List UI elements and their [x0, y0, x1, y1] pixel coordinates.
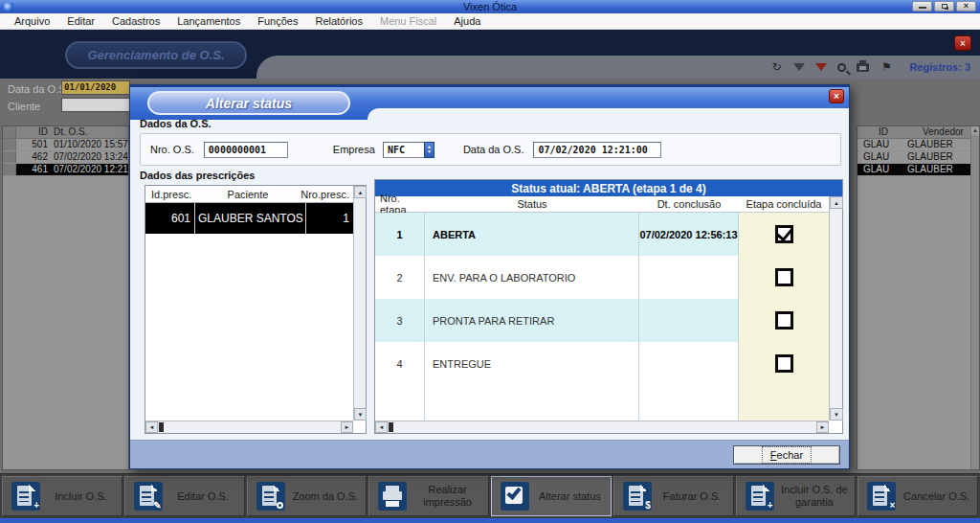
dialog-footer: Fechar	[130, 440, 849, 468]
document-add-icon: +	[11, 482, 40, 511]
table-row-selected[interactable]: GLAU GLAUBER	[858, 164, 979, 176]
os-grid-col-id: ID	[16, 126, 51, 138]
zoom-os-button[interactable]: Zoom da O.S.	[247, 476, 368, 516]
dialog-body: Dados da O.S. Nro. O.S. 0000000001 Empre…	[130, 120, 849, 440]
records-count: Registros: 3	[903, 61, 970, 73]
prescriptions-table: Id.presc. Paciente Nro.presc. 601 GLAUBE…	[145, 185, 367, 434]
table-row[interactable]: 501 01/10/2020 15:57	[3, 139, 128, 151]
menu-lancamentos[interactable]: Lançamentos	[168, 14, 249, 28]
status-row-3[interactable]: 3 PRONTA PARA RETIRAR	[375, 299, 829, 342]
os-group: Nro. O.S. 0000000001 Empresa NFC ▲▼ Data…	[140, 133, 841, 166]
restore-button[interactable]	[934, 1, 954, 11]
faturar-os-button[interactable]: $ Faturar O.S.	[613, 476, 734, 516]
cancelar-os-button[interactable]: × Cancelar O.S.	[858, 476, 978, 516]
menu-arquivo[interactable]: Arquivo	[6, 14, 58, 28]
close-button[interactable]: ×	[956, 1, 976, 11]
status-row-4[interactable]: 4 ENTREGUE	[375, 342, 829, 385]
realizar-impressao-button[interactable]: Realizar impressão	[368, 476, 489, 516]
document-warranty-icon: +	[746, 482, 774, 511]
menu-cadastros[interactable]: Cadastros	[103, 14, 168, 28]
empresa-spinner[interactable]: ▲▼	[424, 142, 434, 158]
status-col-dt: Dt. conclusão	[639, 198, 739, 210]
window-title: Vixen Ótica	[0, 1, 980, 12]
refresh-icon[interactable]: ↻	[769, 60, 783, 74]
table-row[interactable]: GLAU GLAUBER	[858, 139, 979, 151]
status-row-2[interactable]: 2 ENV. PARA O LABORATORIO	[375, 256, 829, 299]
status-row-1[interactable]: 1 ABERTA 07/02/2020 12:56:13	[375, 213, 829, 256]
incluir-os-button[interactable]: + Incluir O.S.	[2, 476, 122, 516]
alterar-status-dialog: Alterar status × Dados da O.S. Nro. O.S.…	[129, 84, 850, 469]
filter-icon[interactable]	[793, 63, 805, 71]
presc-scrollbar-vertical[interactable]: ▲ ▼	[353, 186, 366, 421]
menu-funcoes[interactable]: Funções	[249, 14, 306, 28]
checkbox-icon	[501, 482, 529, 511]
os-grid-right: ID Vendedor GLAU GLAUBER GLAU GLAUBER GL…	[857, 125, 980, 470]
incluir-os-garantia-button[interactable]: + Incluir O.S. de garantia	[736, 476, 857, 516]
menu-ajuda[interactable]: Ajuda	[445, 14, 489, 28]
scroll-left-icon[interactable]: ◄	[145, 421, 158, 433]
table-row[interactable]: 462 07/02/2020 13:24	[3, 151, 128, 164]
menubar: Arquivo Editar Cadastros Lançamentos Fun…	[0, 13, 980, 30]
panel-title: Gerenciamento de O.S.	[65, 41, 247, 69]
document-invoice-icon: $	[623, 482, 652, 511]
scroll-right-icon[interactable]: ►	[816, 421, 829, 433]
print-icon[interactable]	[857, 63, 869, 72]
nro-os-field[interactable]: 0000000001	[204, 142, 288, 158]
dialog-header-curve	[368, 108, 849, 120]
document-edit-icon: ✎	[134, 482, 163, 511]
scroll-down-icon[interactable]: ▼	[830, 408, 843, 421]
panel-close-icon[interactable]: ×	[954, 35, 971, 51]
presc-group-label: Dados das prescrições	[140, 170, 255, 181]
vend-grid-col-id: ID	[858, 126, 903, 138]
status-col-done: Etapa concluída	[739, 198, 829, 210]
minimize-button[interactable]	[912, 1, 932, 11]
scroll-left-icon[interactable]: ◄	[375, 421, 388, 433]
empresa-label: Empresa	[333, 144, 375, 155]
printer-icon	[378, 482, 407, 511]
os-group-label: Dados da O.S.	[140, 118, 212, 129]
data-os-label: Data da O.S.	[8, 83, 69, 95]
presc-col-nro: Nro.presc.	[298, 189, 353, 200]
scrollbar-vertical[interactable]: ▲	[970, 126, 979, 469]
empresa-field[interactable]: NFC	[383, 142, 425, 158]
scroll-down-icon[interactable]: ▼	[354, 408, 367, 421]
cliente-label: Cliente	[8, 101, 40, 112]
table-row-selected[interactable]: 461 07/02/2020 12:21	[3, 164, 128, 176]
cliente-field[interactable]	[61, 98, 130, 112]
app-window: Vixen Ótica × Arquivo Editar Cadastros L…	[0, 0, 980, 523]
data-os-field[interactable]: 01/01/2020	[61, 80, 130, 95]
presc-row-selected[interactable]: 601 GLAUBER SANTOS B 1	[145, 203, 353, 234]
menu-editar[interactable]: Editar	[58, 14, 103, 28]
status-scrollbar-horizontal[interactable]: ◄ ►	[375, 421, 829, 433]
export-icon[interactable]: ⚑	[880, 60, 893, 74]
status-scrollbar-vertical[interactable]: ▲ ▼	[829, 196, 842, 421]
os-grid-left: ID Dt. O.S. 501 01/10/2020 15:57 462 07/…	[2, 125, 129, 470]
scroll-right-icon[interactable]: ►	[341, 421, 353, 433]
presc-scrollbar-horizontal[interactable]: ◄ ►	[145, 421, 353, 433]
document-cancel-icon: ×	[867, 482, 896, 511]
status-col-status: Status	[425, 198, 639, 210]
action-bar: + Incluir O.S. ✎ Editar O.S. Zoom da O.S…	[0, 473, 980, 518]
table-row[interactable]: GLAU GLAUBER	[858, 151, 979, 164]
etapa-3-checkbox[interactable]	[775, 311, 793, 330]
status-table: Status atual: ABERTA (etapa 1 de 4) Nro.…	[374, 179, 843, 434]
scroll-up-icon[interactable]: ▲	[354, 186, 367, 198]
dialog-title: Alterar status	[147, 91, 350, 115]
scroll-up-icon[interactable]: ▲	[830, 196, 843, 209]
dialog-data-os-field[interactable]: 07/02/2020 12:21:00	[533, 142, 661, 158]
vend-grid-col-vendedor: Vendedor	[903, 126, 979, 138]
fechar-button[interactable]: Fechar	[733, 445, 840, 465]
etapa-4-checkbox[interactable]	[775, 354, 793, 373]
dialog-close-icon[interactable]: ×	[829, 89, 844, 103]
search-icon[interactable]	[837, 63, 846, 72]
alterar-status-button[interactable]: Alterar status	[491, 476, 612, 516]
os-grid-col-dt: Dt. O.S.	[51, 126, 128, 138]
etapa-1-checkbox[interactable]	[775, 225, 793, 243]
etapa-2-checkbox[interactable]	[775, 268, 793, 286]
editar-os-button[interactable]: ✎ Editar O.S.	[124, 476, 245, 516]
filter-clear-icon[interactable]	[815, 63, 827, 71]
mdi-area: Gerenciamento de O.S. × ↻ ⚑ Registros: 3…	[0, 30, 980, 518]
presc-col-id: Id.presc.	[145, 189, 198, 200]
dialog-data-os-label: Data da O.S.	[463, 144, 524, 155]
menu-relatorios[interactable]: Relatórios	[306, 14, 371, 28]
